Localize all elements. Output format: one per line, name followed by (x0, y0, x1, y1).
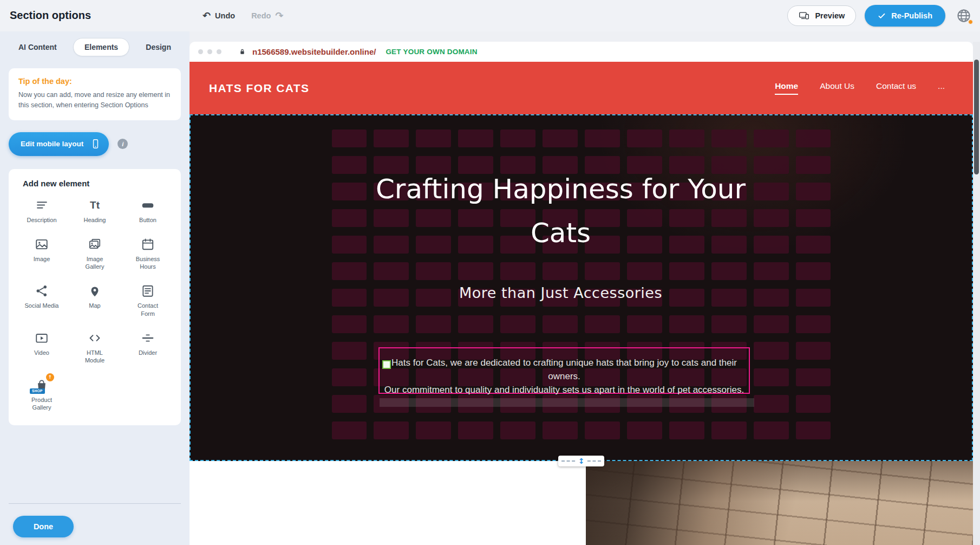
add-element-grid: DescriptionTtHeadingButtonImageImage Gal… (15, 198, 174, 412)
check-icon (878, 12, 886, 20)
tip-body: Now you can add, move and resize any ele… (18, 90, 171, 111)
add-element-button[interactable]: Button (121, 198, 174, 224)
nav-contact-us[interactable]: Contact us (876, 81, 916, 95)
redo-icon: ↷ (275, 11, 283, 21)
sidebar: AI ContentElementsDesign Tip of the day:… (0, 31, 190, 545)
window-dot (217, 49, 221, 54)
tab-design[interactable]: Design (141, 38, 175, 56)
element-resize-handle[interactable] (382, 360, 391, 369)
add-element-label: Map (89, 302, 100, 309)
resize-arrows-icon: ↕ (577, 457, 586, 465)
add-element-description[interactable]: Description (15, 198, 68, 224)
add-element-image-gallery[interactable]: Image Gallery (68, 237, 121, 271)
edit-mobile-layout-button[interactable]: Edit mobile layout (9, 132, 109, 156)
republish-button[interactable]: Re-Publish (865, 5, 945, 27)
info-icon[interactable]: i (117, 139, 128, 149)
topbar-actions: Preview Re-Publish (787, 0, 974, 31)
add-element-label: Video (34, 349, 49, 356)
tip-title: Tip of the day: (18, 77, 171, 86)
mobile-layout-row: Edit mobile layout i (9, 132, 181, 156)
page-title: Section options (10, 9, 91, 22)
undo-icon: ↶ (202, 11, 211, 21)
html-module-icon (88, 330, 102, 346)
preview-button[interactable]: Preview (787, 5, 856, 26)
add-element-social-media[interactable]: Social Media (15, 283, 68, 317)
devices-icon (799, 10, 809, 21)
nav-more[interactable]: ... (938, 81, 945, 95)
add-element-label: HTML Module (77, 349, 112, 365)
tip-of-the-day-card: Tip of the day: Now you can add, move an… (9, 68, 181, 120)
preview-label: Preview (815, 11, 845, 20)
add-element-label: Social Media (25, 302, 59, 309)
add-element-map[interactable]: Map (68, 283, 121, 317)
scrollbar-track[interactable] (973, 42, 980, 545)
sidebar-divider (9, 503, 181, 504)
scrollbar-thumb[interactable] (974, 60, 979, 174)
business-hours-icon (141, 237, 155, 252)
add-element-label: Image Gallery (77, 255, 112, 271)
floor-photo (586, 461, 973, 545)
hero-paragraph[interactable]: Hats for Cats, we are dedicated to craft… (380, 356, 749, 397)
lock-icon (238, 47, 247, 56)
nav-about-us[interactable]: About Us (820, 81, 854, 95)
tab-elements[interactable]: Elements (73, 38, 129, 56)
window-dots (198, 49, 221, 54)
add-element-heading[interactable]: TtHeading (68, 198, 121, 224)
browser-chrome-bar: n1566589.websitebuilder.online/ GET YOUR… (190, 42, 973, 62)
done-button[interactable]: Done (13, 516, 74, 537)
undo-button[interactable]: ↶ Undo (202, 11, 235, 21)
add-element-label: Contact Form (130, 302, 165, 317)
add-element-product-gallery[interactable]: ↑SHOPProduct Gallery (15, 378, 68, 412)
element-ghost-bar (380, 398, 754, 407)
republish-label: Re-Publish (891, 11, 932, 20)
add-element-image[interactable]: Image (15, 237, 68, 271)
hero-subheading[interactable]: More than Just Accessories (190, 284, 951, 301)
window-dot (198, 49, 203, 54)
image-gallery-icon (88, 237, 102, 252)
social-media-icon (35, 283, 49, 299)
language-globe-button[interactable] (954, 6, 974, 25)
upgrade-badge-icon: ↑ (46, 373, 54, 381)
next-section[interactable] (190, 461, 973, 545)
undo-redo-group: ↶ Undo Redo ↷ (202, 0, 283, 31)
redo-button[interactable]: Redo ↷ (251, 11, 283, 21)
site-nav: HomeAbout UsContact us... (775, 81, 945, 95)
notification-dot (968, 20, 973, 24)
redo-label: Redo (251, 11, 271, 20)
hero-section-selected[interactable]: Crafting Happiness for Your Cats More th… (190, 114, 973, 461)
add-element-label: Button (139, 216, 156, 224)
map-icon (88, 283, 102, 299)
main-preview-area: n1566589.websitebuilder.online/ GET YOUR… (190, 31, 980, 545)
section-resize-handle[interactable]: ↕ (558, 456, 604, 466)
add-element-video[interactable]: Video (15, 330, 68, 365)
phone-icon (90, 138, 101, 150)
add-element-label: Image (34, 255, 50, 263)
nav-home[interactable]: Home (775, 81, 798, 95)
get-domain-link[interactable]: GET YOUR OWN DOMAIN (386, 48, 477, 56)
add-element-divider[interactable]: Divider (121, 330, 174, 365)
description-icon (35, 198, 49, 213)
tab-ai-content[interactable]: AI Content (14, 38, 61, 56)
site-url[interactable]: n1566589.websitebuilder.online/ (252, 47, 376, 56)
add-element-contact-form[interactable]: Contact Form (121, 283, 174, 317)
contact-form-icon (141, 283, 155, 299)
heading-icon: Tt (90, 198, 100, 213)
button-icon (141, 198, 155, 213)
add-new-element-card: Add new element DescriptionTtHeadingButt… (9, 169, 181, 426)
divider-icon (141, 330, 155, 346)
add-element-label: Divider (139, 349, 157, 356)
site-logo[interactable]: HATS FOR CATS (209, 82, 309, 95)
add-element-label: Business Hours (130, 255, 165, 271)
add-element-title: Add new element (23, 179, 174, 188)
hero-text-layer: Crafting Happiness for Your Cats More th… (191, 115, 972, 460)
undo-label: Undo (215, 11, 235, 20)
add-element-business-hours[interactable]: Business Hours (121, 237, 174, 271)
site-header[interactable]: HATS FOR CATS HomeAbout UsContact us... (190, 62, 973, 114)
product-gallery-icon: ↑SHOP (35, 378, 49, 393)
add-element-html-module[interactable]: HTML Module (68, 330, 121, 365)
add-element-label: Description (27, 216, 56, 224)
hero-heading[interactable]: Crafting Happiness for Your Cats (371, 167, 750, 255)
selected-text-element[interactable]: Hats for Cats, we are dedicated to craft… (378, 347, 750, 394)
shop-badge: SHOP (30, 388, 45, 394)
window-dot (207, 49, 212, 54)
